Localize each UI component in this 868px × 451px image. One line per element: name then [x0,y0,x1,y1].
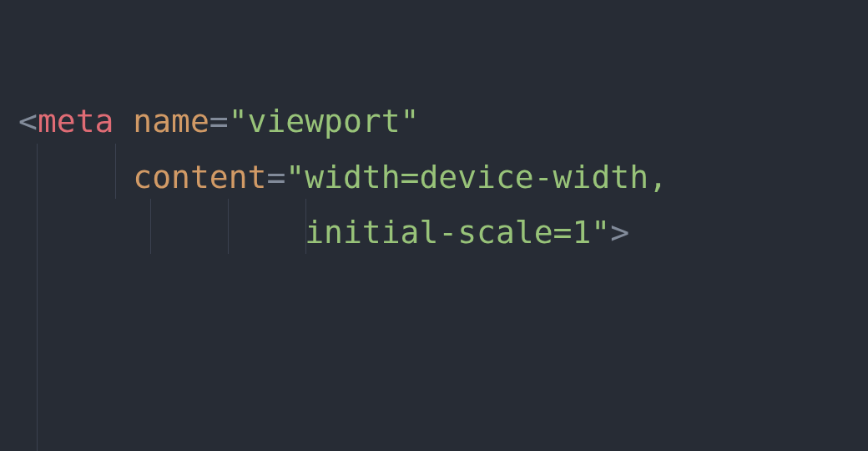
code-line-1: <meta name="viewport" [18,103,419,139]
indent-guide [228,199,229,254]
angle-open: < [18,103,38,139]
string-viewport: "viewport" [229,103,420,139]
indent-guide [37,144,38,451]
indent-guide [115,144,116,199]
angle-close: > [610,214,629,251]
attr-content: content [133,159,266,195]
string-content-part1: "width=device-width, [285,159,668,195]
indent-guide [305,199,306,254]
string-content-part2: initial-scale=1" [305,214,610,251]
attr-name: name [133,103,209,139]
tag-meta: meta [38,103,114,139]
code-line-3: initial-scale=1"> [18,214,629,251]
indent-guide [150,199,151,254]
